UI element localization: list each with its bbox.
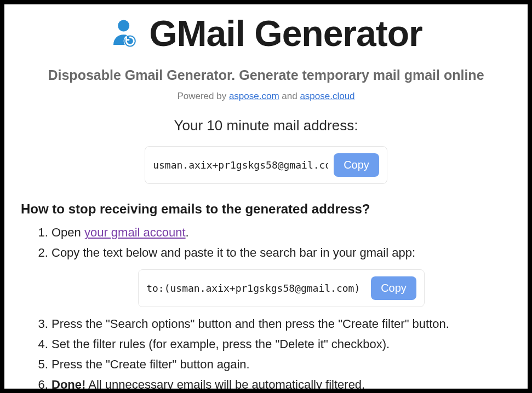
link-aspose-com[interactable]: aspose.com (229, 91, 279, 101)
generated-email-input[interactable] (153, 159, 328, 171)
howto-step-3: Press the "Search options" button and th… (52, 315, 511, 333)
copy-email-button[interactable]: Copy (334, 153, 379, 177)
address-label: Your 10 minute mail address: (21, 117, 511, 134)
howto-list: Open your gmail account. Copy the text b… (21, 223, 511, 393)
search-copy-box: Copy (138, 269, 425, 307)
howto-step-4: Set the filter rules (for example, press… (52, 335, 511, 353)
done-label: Done! (52, 378, 85, 391)
copy-search-button[interactable]: Copy (371, 276, 416, 300)
powered-by: Powered by aspose.com and aspose.cloud (21, 91, 511, 102)
title-row: GMail Generator (21, 13, 511, 54)
howto-step-6: Done! All unnecessary emails will be aut… (52, 375, 511, 393)
search-filter-input[interactable] (146, 282, 365, 294)
link-aspose-cloud[interactable]: aspose.cloud (300, 91, 354, 101)
header: GMail Generator Disposable Gmail Generat… (21, 13, 511, 102)
page-subtitle: Disposable Gmail Generator. Generate tem… (21, 67, 511, 83)
howto-heading: How to stop receiving emails to the gene… (21, 201, 511, 217)
gmail-account-link[interactable]: your gmail account (84, 226, 186, 239)
powered-prefix: Powered by (177, 91, 229, 101)
page-title: GMail Generator (149, 13, 422, 54)
user-refresh-icon (110, 18, 140, 49)
howto-step-1: Open your gmail account. (52, 223, 511, 241)
howto-step-5: Press the "Create filter" button again. (52, 355, 511, 373)
howto-step-2: Copy the text below and paste it to the … (52, 244, 511, 307)
powered-and: and (279, 91, 300, 101)
svg-point-0 (118, 20, 129, 32)
email-copy-box: Copy (145, 146, 387, 184)
